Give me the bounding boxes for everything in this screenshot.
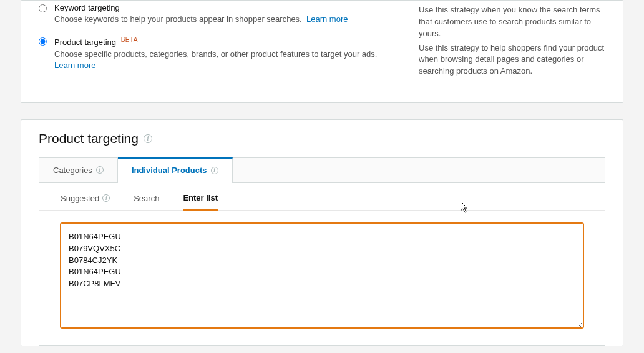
subtab-search-label: Search — [134, 194, 159, 203]
subtab-enter-list[interactable]: Enter list — [183, 193, 218, 211]
product-targeting-desc-text: Choose specific products, categories, br… — [54, 49, 377, 59]
keyword-targeting-content: Keyword targeting Choose keywords to hel… — [54, 3, 393, 25]
enter-list-area — [39, 211, 605, 345]
tab-body: Suggested i Search Enter list — [39, 183, 605, 346]
subtab-suggested-label: Suggested — [61, 194, 99, 203]
main-tabs: Categories i Individual Products i — [39, 157, 605, 183]
subtab-enterlist-label: Enter list — [183, 193, 218, 202]
subtabs: Suggested i Search Enter list — [39, 183, 605, 211]
subtab-suggested[interactable]: Suggested i — [61, 193, 110, 210]
info-icon[interactable]: i — [144, 134, 152, 143]
info-icon[interactable]: i — [102, 194, 110, 202]
product-targeting-header: Product targeting i — [21, 120, 623, 152]
subtab-search[interactable]: Search — [134, 193, 159, 210]
info-icon[interactable]: i — [96, 166, 104, 174]
product-targeting-desc: Choose specific products, categories, br… — [54, 49, 393, 71]
keyword-targeting-desc-text: Choose keywords to help your products ap… — [54, 14, 302, 24]
info-icon[interactable]: i — [211, 167, 218, 174]
product-targeting-card: Product targeting i Categories i Individ… — [21, 119, 623, 346]
tab-individual-label: Individual Products — [132, 166, 207, 175]
product-targeting-label-text: Product targeting — [54, 38, 116, 47]
targeting-choices: Keyword targeting Choose keywords to hel… — [39, 1, 393, 82]
product-learn-more-link[interactable]: Learn more — [54, 61, 95, 70]
targeting-tabs-container: Categories i Individual Products i Sugge… — [39, 157, 605, 346]
targeting-row: Keyword targeting Choose keywords to hel… — [39, 1, 605, 82]
keyword-targeting-option[interactable]: Keyword targeting Choose keywords to hel… — [39, 3, 393, 25]
help-text-1: Use this strategy when you know the sear… — [419, 4, 605, 40]
keyword-targeting-desc: Choose keywords to help your products ap… — [54, 14, 393, 25]
beta-badge: BETA — [121, 36, 138, 43]
product-targeting-label: Product targeting BETA — [54, 36, 393, 47]
product-targeting-option[interactable]: Product targeting BETA Choose specific p… — [39, 36, 393, 71]
targeting-options-card: Keyword targeting Choose keywords to hel… — [21, 0, 623, 103]
help-text-2: Use this strategy to help shoppers find … — [419, 42, 605, 78]
section-title: Product targeting — [39, 131, 139, 146]
tab-categories[interactable]: Categories i — [39, 158, 118, 183]
tabs-filler — [233, 158, 605, 183]
tab-individual-products[interactable]: Individual Products i — [118, 157, 233, 183]
product-targeting-content: Product targeting BETA Choose specific p… — [54, 36, 393, 71]
targeting-help-panel: Use this strategy when you know the sear… — [406, 1, 605, 82]
keyword-learn-more-link[interactable]: Learn more — [306, 14, 348, 24]
tab-categories-label: Categories — [53, 166, 92, 175]
product-targeting-radio[interactable] — [39, 37, 47, 46]
asin-list-input[interactable] — [61, 223, 583, 328]
keyword-targeting-label: Keyword targeting — [54, 3, 393, 12]
keyword-targeting-radio[interactable] — [39, 4, 47, 12]
